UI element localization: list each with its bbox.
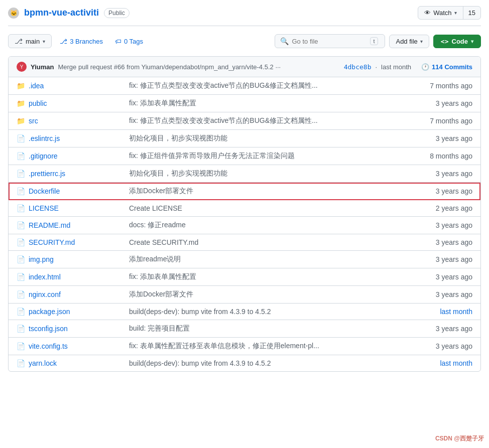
add-file-label: Add file: [396, 38, 417, 45]
file-commit-message: fix: 修正节点类型改变改变active节点的BUG&修正文档属性...: [123, 81, 408, 90]
file-time: 3 years ago: [412, 187, 472, 195]
file-icon: 📄: [17, 134, 25, 142]
add-file-button[interactable]: Add file ▾: [389, 35, 429, 48]
file-time: 3 years ago: [412, 342, 472, 350]
file-name[interactable]: LICENSE: [29, 204, 119, 212]
table-row: 📄 yarn.lock build(deps-dev): bump vite f…: [9, 355, 480, 371]
file-name[interactable]: nginx.conf: [29, 290, 119, 298]
tags-label: 0 Tags: [124, 38, 143, 45]
file-time: 3 years ago: [412, 238, 472, 246]
commits-count-link[interactable]: 🕐 114 Commits: [421, 63, 472, 71]
search-shortcut: t: [370, 37, 378, 45]
code-label: Code: [452, 38, 468, 45]
toolbar: ⎇ main ▾ ⎇ 3 Branches 🏷 0 Tags 🔍 t Add f…: [8, 34, 481, 48]
add-file-chevron-icon: ▾: [420, 39, 423, 44]
file-name[interactable]: vite.config.ts: [29, 342, 119, 350]
table-row: 📄 index.html fix: 添加表单属性配置 3 years ago: [9, 268, 480, 286]
table-row: 📄 package.json build(deps-dev): bump vit…: [9, 304, 480, 320]
code-button[interactable]: <> Code ▾: [433, 35, 481, 48]
file-commit-message: 添加readme说明: [123, 255, 408, 264]
commits-count-label: 114 Commits: [432, 63, 472, 71]
folder-icon: 📁: [17, 99, 25, 107]
file-time: 3 years ago: [412, 99, 472, 107]
file-name[interactable]: public: [29, 99, 119, 107]
commit-message: Merge pull request #66 from Yiuman/depen…: [58, 63, 339, 71]
watch-button[interactable]: 👁 Watch ▾ 15: [418, 6, 481, 20]
file-icon: 📄: [17, 204, 25, 212]
eye-icon: 👁: [424, 9, 431, 17]
file-commit-message: Create LICENSE: [123, 204, 408, 212]
file-table: Y Yiuman Merge pull request #66 from Yiu…: [8, 56, 481, 372]
repo-header: 🐱 bpmn-vue-activiti Public 👁 Watch ▾ 15: [8, 6, 481, 26]
table-row: 📄 .gitignore fix: 修正组件值异常而导致用户任务无法正常渲染问题…: [9, 147, 480, 165]
file-name[interactable]: tsconfig.json: [29, 325, 119, 333]
watch-count[interactable]: 15: [463, 7, 480, 19]
file-commit-message: build(deps-dev): bump vite from 4.3.9 to…: [123, 308, 408, 316]
branches-link[interactable]: ⎇ 3 Branches: [56, 35, 107, 48]
file-icon: 📄: [17, 273, 25, 281]
branch-count-icon: ⎇: [60, 38, 67, 45]
file-time: last month: [412, 359, 472, 367]
file-icon: 📄: [17, 170, 25, 178]
file-icon: 📄: [17, 325, 25, 333]
table-row: 📄 tsconfig.json build: 完善项目配置 3 years ag…: [9, 320, 480, 338]
file-name[interactable]: .prettierrc.js: [29, 170, 119, 178]
file-name[interactable]: .gitignore: [29, 152, 119, 160]
chevron-down-icon: ▾: [454, 10, 457, 16]
file-name[interactable]: README.md: [29, 221, 119, 229]
commit-author[interactable]: Yiuman: [31, 63, 54, 71]
table-row: 📄 .prettierrc.js 初始化项目，初步实现视图功能 3 years …: [9, 165, 480, 183]
file-time: 3 years ago: [412, 290, 472, 298]
file-time: 3 years ago: [412, 221, 472, 229]
file-name[interactable]: SECURITY.md: [29, 238, 119, 246]
branch-selector[interactable]: ⎇ main ▾: [8, 34, 52, 48]
file-name[interactable]: .eslintrc.js: [29, 134, 119, 142]
table-row: 📄 img.png 添加readme说明 3 years ago: [9, 251, 480, 268]
search-box[interactable]: 🔍 t: [275, 34, 385, 48]
commit-author-avatar: Y: [17, 62, 27, 72]
branch-icon: ⎇: [15, 37, 23, 45]
file-name[interactable]: index.html: [29, 273, 119, 281]
file-time: 3 years ago: [412, 325, 472, 333]
file-icon: 📄: [17, 342, 25, 350]
tags-link[interactable]: 🏷 0 Tags: [111, 35, 147, 48]
commit-separator: ·: [375, 63, 377, 71]
visibility-badge: Public: [104, 8, 130, 18]
code-icon: <>: [441, 38, 449, 45]
code-chevron-icon: ▾: [471, 39, 473, 44]
table-row: 📄 README.md docs: 修正readme 3 years ago: [9, 217, 480, 234]
repo-name[interactable]: bpmn-vue-activiti: [24, 8, 99, 18]
file-commit-message: 初始化项目，初步实现视图功能: [123, 134, 408, 143]
table-row: 📁 src fix: 修正节点类型改变改变active节点的BUG&修正文档属性…: [9, 112, 480, 130]
latest-commit-row: Y Yiuman Merge pull request #66 from Yiu…: [9, 57, 480, 77]
table-row: 📄 nginx.conf 添加Docker部署文件 3 years ago: [9, 286, 480, 304]
file-name[interactable]: yarn.lock: [29, 359, 119, 367]
file-name[interactable]: Dockerfile: [29, 187, 119, 195]
file-time: 3 years ago: [412, 170, 472, 178]
file-commit-message: fix: 修正节点类型改变改变active节点的BUG&修正文档属性...: [123, 116, 408, 125]
file-name[interactable]: package.json: [29, 308, 119, 316]
file-time: 3 years ago: [412, 134, 472, 142]
watch-button-left[interactable]: 👁 Watch ▾: [418, 7, 463, 19]
table-row: 📁 .idea fix: 修正节点类型改变改变active节点的BUG&修正文档…: [9, 77, 480, 95]
file-name[interactable]: .idea: [29, 82, 119, 90]
file-icon: 📄: [17, 255, 25, 263]
table-row: 📄 SECURITY.md Create SECURITY.md 3 years…: [9, 234, 480, 251]
folder-icon: 📁: [17, 82, 25, 90]
tag-icon: 🏷: [115, 38, 121, 45]
file-name[interactable]: src: [29, 117, 119, 125]
folder-icon: 📁: [17, 117, 25, 125]
file-time: 7 months ago: [412, 117, 472, 125]
file-icon: 📄: [17, 359, 25, 367]
file-icon: 📄: [17, 187, 25, 195]
file-name[interactable]: img.png: [29, 255, 119, 263]
table-row: 📄 .eslintrc.js 初始化项目，初步实现视图功能 3 years ag…: [9, 130, 480, 147]
file-commit-message: docs: 修正readme: [123, 221, 408, 230]
watch-label: Watch: [433, 9, 451, 17]
search-icon: 🔍: [280, 37, 289, 45]
commit-hash[interactable]: 4dbce8b: [344, 63, 372, 71]
table-row: 📁 public fix: 添加表单属性配置 3 years ago: [9, 95, 480, 112]
branch-label: main: [26, 38, 40, 45]
file-time: last month: [412, 308, 472, 316]
search-input[interactable]: [292, 38, 367, 45]
